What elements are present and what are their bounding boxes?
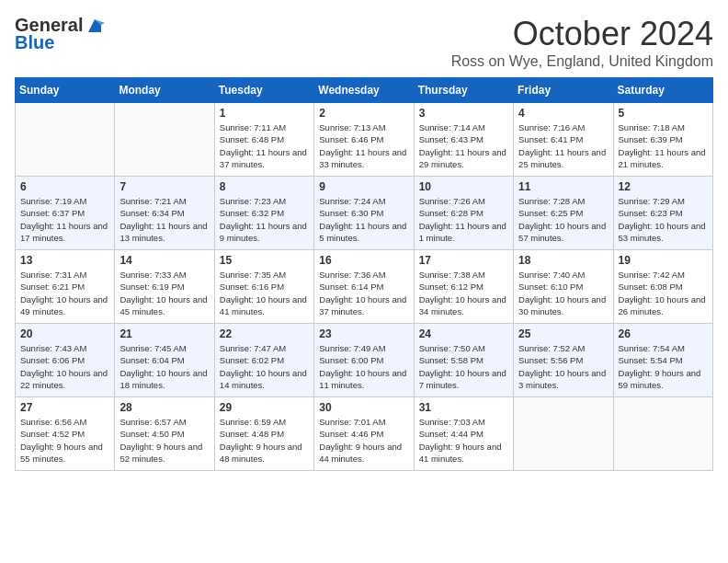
calendar-week-row: 20Sunrise: 7:43 AM Sunset: 6:06 PM Dayli… <box>16 324 713 397</box>
calendar-day-cell: 23Sunrise: 7:49 AM Sunset: 6:00 PM Dayli… <box>314 324 414 397</box>
weekday-header-tuesday: Tuesday <box>214 78 313 103</box>
calendar-day-cell: 25Sunrise: 7:52 AM Sunset: 5:56 PM Dayli… <box>514 324 613 397</box>
calendar-header-row: SundayMondayTuesdayWednesdayThursdayFrid… <box>16 78 713 103</box>
day-number: 14 <box>119 254 209 267</box>
day-number: 24 <box>419 327 508 340</box>
calendar-week-row: 1Sunrise: 7:11 AM Sunset: 6:48 PM Daylig… <box>16 103 713 177</box>
calendar-day-cell: 21Sunrise: 7:45 AM Sunset: 6:04 PM Dayli… <box>115 324 214 397</box>
calendar-day-cell: 31Sunrise: 7:03 AM Sunset: 4:44 PM Dayli… <box>414 397 513 471</box>
calendar-day-cell: 1Sunrise: 7:11 AM Sunset: 6:48 PM Daylig… <box>214 103 313 177</box>
calendar-day-cell: 7Sunrise: 7:21 AM Sunset: 6:34 PM Daylig… <box>115 177 214 250</box>
day-info: Sunrise: 7:35 AM Sunset: 6:16 PM Dayligh… <box>220 269 309 317</box>
day-info: Sunrise: 7:33 AM Sunset: 6:19 PM Dayligh… <box>119 269 209 317</box>
day-info: Sunrise: 7:38 AM Sunset: 6:12 PM Dayligh… <box>419 269 508 317</box>
day-info: Sunrise: 6:59 AM Sunset: 4:48 PM Dayligh… <box>220 416 309 465</box>
day-number: 4 <box>518 107 608 120</box>
calendar-day-cell: 14Sunrise: 7:33 AM Sunset: 6:19 PM Dayli… <box>115 250 214 324</box>
calendar-day-cell: 13Sunrise: 7:31 AM Sunset: 6:21 PM Dayli… <box>16 250 115 324</box>
day-number: 31 <box>419 401 508 414</box>
calendar-day-cell: 28Sunrise: 6:57 AM Sunset: 4:50 PM Dayli… <box>115 397 214 471</box>
weekday-header-monday: Monday <box>115 78 214 103</box>
calendar-day-cell: 19Sunrise: 7:42 AM Sunset: 6:08 PM Dayli… <box>613 250 712 324</box>
day-number: 8 <box>220 180 309 193</box>
day-info: Sunrise: 7:42 AM Sunset: 6:08 PM Dayligh… <box>619 269 708 317</box>
logo-blue: Blue <box>15 32 54 53</box>
day-info: Sunrise: 7:28 AM Sunset: 6:25 PM Dayligh… <box>518 195 608 244</box>
day-number: 15 <box>220 254 309 267</box>
weekday-header-saturday: Saturday <box>613 78 712 103</box>
calendar-day-cell: 15Sunrise: 7:35 AM Sunset: 6:16 PM Dayli… <box>214 250 313 324</box>
day-number: 25 <box>518 327 608 340</box>
calendar-week-row: 6Sunrise: 7:19 AM Sunset: 6:37 PM Daylig… <box>16 177 713 250</box>
day-number: 11 <box>518 180 608 193</box>
day-number: 29 <box>220 401 309 414</box>
calendar-day-cell: 30Sunrise: 7:01 AM Sunset: 4:46 PM Dayli… <box>314 397 414 471</box>
page-header: General Blue October 2024 Ross on Wye, E… <box>15 15 713 70</box>
month-title: October 2024 <box>451 15 713 53</box>
calendar-day-cell: 20Sunrise: 7:43 AM Sunset: 6:06 PM Dayli… <box>16 324 115 397</box>
weekday-header-sunday: Sunday <box>16 78 115 103</box>
day-info: Sunrise: 7:52 AM Sunset: 5:56 PM Dayligh… <box>518 342 608 391</box>
logo-bird-icon <box>85 16 105 36</box>
calendar-day-cell: 27Sunrise: 6:56 AM Sunset: 4:52 PM Dayli… <box>16 397 115 471</box>
day-info: Sunrise: 7:18 AM Sunset: 6:39 PM Dayligh… <box>619 121 708 170</box>
day-info: Sunrise: 7:31 AM Sunset: 6:21 PM Dayligh… <box>20 269 109 317</box>
day-info: Sunrise: 7:45 AM Sunset: 6:04 PM Dayligh… <box>119 342 209 391</box>
day-number: 18 <box>518 254 608 267</box>
day-number: 3 <box>419 107 508 120</box>
calendar-day-cell: 5Sunrise: 7:18 AM Sunset: 6:39 PM Daylig… <box>613 103 712 177</box>
day-number: 19 <box>619 254 708 267</box>
calendar-week-row: 13Sunrise: 7:31 AM Sunset: 6:21 PM Dayli… <box>16 250 713 324</box>
day-info: Sunrise: 7:21 AM Sunset: 6:34 PM Dayligh… <box>119 195 209 244</box>
day-number: 2 <box>319 107 408 120</box>
day-number: 21 <box>119 327 209 340</box>
calendar-day-cell: 17Sunrise: 7:38 AM Sunset: 6:12 PM Dayli… <box>414 250 513 324</box>
calendar-day-cell: 8Sunrise: 7:23 AM Sunset: 6:32 PM Daylig… <box>214 177 313 250</box>
day-info: Sunrise: 7:01 AM Sunset: 4:46 PM Dayligh… <box>319 416 408 465</box>
location-subtitle: Ross on Wye, England, United Kingdom <box>451 53 713 70</box>
day-number: 12 <box>619 180 708 193</box>
day-info: Sunrise: 7:24 AM Sunset: 6:30 PM Dayligh… <box>319 195 408 244</box>
weekday-header-thursday: Thursday <box>414 78 513 103</box>
calendar-day-cell: 12Sunrise: 7:29 AM Sunset: 6:23 PM Dayli… <box>613 177 712 250</box>
day-number: 1 <box>220 107 309 120</box>
day-number: 30 <box>319 401 408 414</box>
day-info: Sunrise: 6:57 AM Sunset: 4:50 PM Dayligh… <box>119 416 209 465</box>
day-info: Sunrise: 6:56 AM Sunset: 4:52 PM Dayligh… <box>20 416 109 465</box>
logo: General Blue <box>15 15 105 53</box>
calendar-day-cell: 29Sunrise: 6:59 AM Sunset: 4:48 PM Dayli… <box>214 397 313 471</box>
calendar-day-cell: 9Sunrise: 7:24 AM Sunset: 6:30 PM Daylig… <box>314 177 414 250</box>
title-area: October 2024 Ross on Wye, England, Unite… <box>451 15 713 70</box>
calendar-day-cell: 11Sunrise: 7:28 AM Sunset: 6:25 PM Dayli… <box>514 177 613 250</box>
day-info: Sunrise: 7:23 AM Sunset: 6:32 PM Dayligh… <box>220 195 309 244</box>
day-number: 6 <box>20 180 109 193</box>
day-number: 5 <box>619 107 708 120</box>
calendar-day-cell: 24Sunrise: 7:50 AM Sunset: 5:58 PM Dayli… <box>414 324 513 397</box>
calendar-table: SundayMondayTuesdayWednesdayThursdayFrid… <box>15 77 713 471</box>
day-info: Sunrise: 7:47 AM Sunset: 6:02 PM Dayligh… <box>220 342 309 391</box>
day-info: Sunrise: 7:43 AM Sunset: 6:06 PM Dayligh… <box>20 342 109 391</box>
weekday-header-wednesday: Wednesday <box>314 78 414 103</box>
day-info: Sunrise: 7:03 AM Sunset: 4:44 PM Dayligh… <box>419 416 508 465</box>
weekday-header-friday: Friday <box>514 78 613 103</box>
day-number: 13 <box>20 254 109 267</box>
calendar-day-cell: 26Sunrise: 7:54 AM Sunset: 5:54 PM Dayli… <box>613 324 712 397</box>
calendar-day-cell <box>613 397 712 471</box>
calendar-day-cell: 18Sunrise: 7:40 AM Sunset: 6:10 PM Dayli… <box>514 250 613 324</box>
day-info: Sunrise: 7:49 AM Sunset: 6:00 PM Dayligh… <box>319 342 408 391</box>
calendar-day-cell: 3Sunrise: 7:14 AM Sunset: 6:43 PM Daylig… <box>414 103 513 177</box>
day-info: Sunrise: 7:19 AM Sunset: 6:37 PM Dayligh… <box>20 195 109 244</box>
day-number: 28 <box>119 401 209 414</box>
calendar-week-row: 27Sunrise: 6:56 AM Sunset: 4:52 PM Dayli… <box>16 397 713 471</box>
day-info: Sunrise: 7:13 AM Sunset: 6:46 PM Dayligh… <box>319 121 408 170</box>
day-info: Sunrise: 7:54 AM Sunset: 5:54 PM Dayligh… <box>619 342 708 391</box>
calendar-day-cell <box>514 397 613 471</box>
calendar-day-cell <box>115 103 214 177</box>
calendar-day-cell: 2Sunrise: 7:13 AM Sunset: 6:46 PM Daylig… <box>314 103 414 177</box>
calendar-day-cell: 4Sunrise: 7:16 AM Sunset: 6:41 PM Daylig… <box>514 103 613 177</box>
day-info: Sunrise: 7:16 AM Sunset: 6:41 PM Dayligh… <box>518 121 608 170</box>
day-info: Sunrise: 7:29 AM Sunset: 6:23 PM Dayligh… <box>619 195 708 244</box>
calendar-day-cell: 10Sunrise: 7:26 AM Sunset: 6:28 PM Dayli… <box>414 177 513 250</box>
day-number: 23 <box>319 327 408 340</box>
day-info: Sunrise: 7:14 AM Sunset: 6:43 PM Dayligh… <box>419 121 508 170</box>
